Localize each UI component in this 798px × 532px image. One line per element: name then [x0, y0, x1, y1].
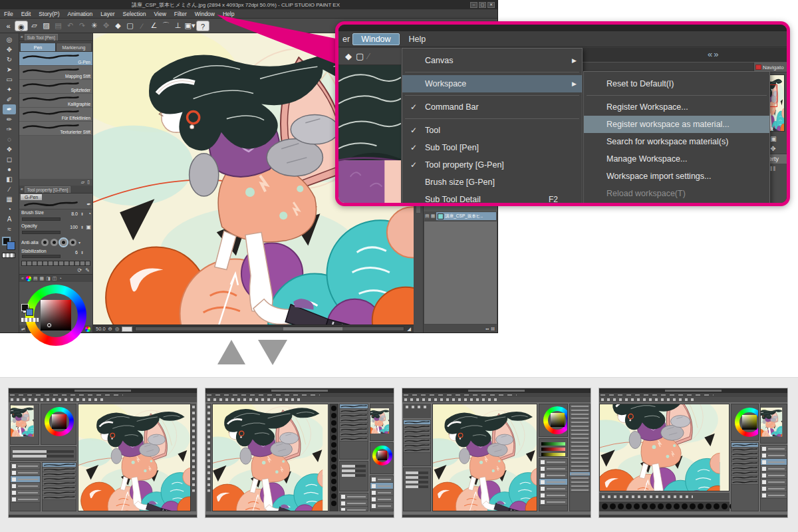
workspace-menu-item[interactable]: Search for workspace material(s) — [584, 133, 769, 150]
panel-menu-icon[interactable]: ▪▪ — [485, 327, 489, 331]
color-wheel-tab-icon[interactable] — [26, 276, 31, 281]
line-icon[interactable]: ∕ — [136, 22, 148, 30]
Kalligraphie[interactable]: Kalligraphie — [19, 94, 92, 108]
workspace-menu-item[interactable]: Workspace import settings... — [584, 168, 769, 185]
zoom-value[interactable]: 50.0 — [96, 326, 106, 332]
saturation-value-square[interactable] — [41, 300, 71, 331]
opacity-value[interactable]: 100 — [70, 225, 78, 229]
tab-markierung[interactable]: Markierung — [56, 43, 92, 52]
figure-tool-icon[interactable]: ∕ — [3, 184, 16, 194]
new-file-icon[interactable]: ▱ — [29, 21, 40, 30]
airbrush-tool-icon[interactable]: ◌ — [3, 134, 16, 144]
color-swatches[interactable] — [2, 237, 17, 259]
chevrons-icon[interactable]: «» — [708, 49, 720, 59]
brush-size-source-icon[interactable]: ◔ — [88, 211, 91, 217]
window-menu-item[interactable]: Brush size [G-Pen] — [402, 174, 582, 191]
clip-studio-logo-icon[interactable]: ◉ — [15, 21, 28, 31]
dropdown-arrow-icon[interactable]: ▾ — [78, 240, 80, 245]
Mapping Stift[interactable]: Mapping Stift — [19, 66, 92, 80]
minimize-button[interactable]: – — [470, 2, 477, 8]
menu-item[interactable]: Story(P) — [35, 11, 63, 17]
anti-aliasing-medium[interactable] — [60, 239, 67, 246]
brush-size-slider[interactable] — [22, 217, 61, 221]
tab-list-icon[interactable]: ▤ — [425, 213, 430, 219]
pen-tool-icon[interactable]: ✒ — [3, 104, 16, 114]
eyedropper-tool-icon[interactable]: ✐ — [3, 94, 16, 104]
window-menu-item[interactable]: ✓ Command Bar — [402, 98, 582, 116]
zoom-reset-icon[interactable]: ◎ — [115, 326, 120, 332]
text-tool-icon[interactable]: A — [3, 214, 16, 224]
fill-icon[interactable]: ◆ — [112, 21, 124, 30]
window-menu-item[interactable]: Canvas ▶ — [402, 52, 582, 69]
window-menu-item[interactable]: ✓ Tool property [G-Pen] — [402, 156, 582, 174]
snap-curve-icon[interactable]: ⌒ — [160, 21, 172, 31]
transform-icon[interactable]: ▢ — [124, 21, 136, 30]
correct-line-tool-icon[interactable]: ≈ — [3, 224, 16, 234]
stepper-icon[interactable]: ⬍ — [80, 250, 84, 255]
zoom-input[interactable] — [122, 327, 132, 332]
workspace-menu-item[interactable]: Reload workspace(T) — [584, 185, 769, 202]
panel-collapse-icon[interactable]: « — [21, 187, 23, 192]
workspace-menu-item[interactable]: Manage Workspace... — [584, 150, 769, 168]
anti-aliasing-strong[interactable] — [69, 239, 76, 246]
fill-icon[interactable]: ◆ — [345, 51, 352, 61]
zoom-tool-icon[interactable]: ◎ — [3, 35, 16, 45]
close-button[interactable]: ✕ — [487, 2, 495, 8]
menu-item[interactable]: Selection — [119, 11, 150, 17]
snap-ruler-icon[interactable]: ∠ — [148, 21, 160, 30]
open-file-icon[interactable]: ▨ — [41, 21, 52, 30]
move-icon[interactable]: ✥ — [100, 21, 112, 30]
brush-tool-icon[interactable]: ✑ — [3, 124, 16, 134]
reset-icon[interactable]: ⟳ — [78, 267, 82, 273]
help-icon[interactable]: ? — [196, 21, 209, 31]
collapse-icon[interactable]: « — [3, 22, 14, 30]
canvas-tab[interactable]: 講座_CSP_坂本ヒ.. — [436, 212, 496, 220]
Für Effektlinien[interactable]: Für Effektlinien — [19, 108, 92, 122]
snap-grid-icon[interactable]: ⊥ — [172, 21, 184, 30]
tab-grid-icon[interactable]: ▦ — [431, 213, 436, 219]
new-subtool-icon[interactable]: ▱ — [81, 180, 84, 185]
gradient-tool-icon[interactable]: ◧ — [3, 174, 16, 184]
opacity-source-icon[interactable]: ▣ — [86, 224, 91, 230]
frame-tool-icon[interactable]: ▦ — [3, 194, 16, 204]
stepper-icon[interactable]: ⬍ — [80, 211, 84, 216]
delete-subtool-icon[interactable]: ▯ — [87, 180, 90, 185]
decoration-tool-icon[interactable]: ❖ — [3, 144, 16, 154]
Texturierter Stift[interactable]: Texturierter Stift — [19, 122, 92, 136]
undo-icon[interactable]: ↶ — [65, 21, 76, 30]
color-mixing-tab-icon[interactable]: ◨ — [46, 276, 51, 281]
transparent-color[interactable] — [2, 253, 15, 258]
panel-collapse-icon[interactable]: « — [21, 35, 23, 39]
workspace-thumbnail-4[interactable] — [598, 388, 788, 518]
panel-options-icon[interactable]: ‖‖ — [491, 327, 495, 331]
save-icon[interactable]: ▤ — [53, 21, 64, 30]
workspace-thumbnail-1[interactable] — [8, 388, 198, 518]
stabilization-value[interactable]: 6 — [75, 250, 78, 255]
window-menu-item[interactable]: Sub Tool Detail F2 — [402, 191, 582, 206]
deselect-icon[interactable]: ✳ — [88, 21, 100, 30]
approx-color-tab-icon[interactable]: ◫ — [53, 276, 57, 281]
window-menu-item[interactable]: Workspace ▶ — [402, 75, 582, 92]
workspace-thumbnail-3[interactable] — [402, 388, 591, 518]
horizontal-scrollbar[interactable] — [135, 327, 404, 331]
blend-tool-icon[interactable]: ● — [3, 164, 16, 174]
window-menu-item[interactable]: ✓ Tool — [402, 122, 582, 139]
menu-item[interactable]: View — [150, 11, 170, 17]
rotate-tool-icon[interactable]: ↻ — [3, 55, 16, 65]
panel-collapse-icon[interactable]: « — [21, 276, 24, 281]
export-icon[interactable]: ▣▾ — [184, 21, 196, 30]
workspace-menu-item[interactable]: Register Workspace... — [584, 98, 769, 116]
toolprop-panel-title[interactable]: Tool property [G-Pen] — [25, 186, 71, 193]
subtool-panel-title[interactable]: Sub Tool [Pen] — [25, 34, 58, 41]
pencil-tool-icon[interactable]: ✏ — [3, 114, 16, 124]
menu-item-window[interactable]: Window — [352, 33, 399, 45]
brush-size-value[interactable]: 8.0 — [71, 211, 78, 216]
wrench-icon[interactable]: ✎ — [85, 267, 90, 273]
menu-item[interactable]: File — [0, 11, 17, 17]
menu-item[interactable]: Animation — [64, 11, 97, 17]
balloon-tool-icon[interactable]: ◔ — [3, 204, 16, 214]
stabilization-slider[interactable] — [22, 255, 61, 258]
sv-marker[interactable] — [47, 323, 51, 327]
background-color[interactable] — [7, 241, 15, 250]
workspace-menu-item[interactable]: Register workspace as material... — [584, 116, 769, 133]
